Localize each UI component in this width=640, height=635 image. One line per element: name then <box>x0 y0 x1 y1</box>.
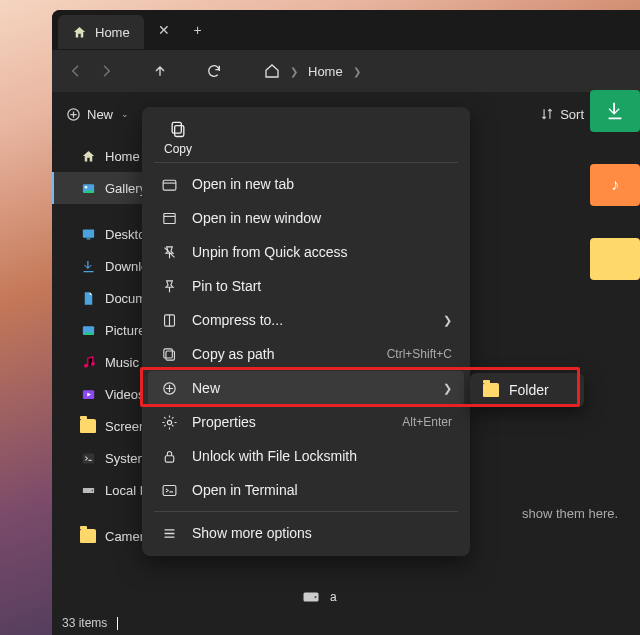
gallery-icon <box>80 180 96 196</box>
download-icon <box>80 258 96 274</box>
lock-icon <box>160 447 178 465</box>
svg-point-11 <box>91 489 93 491</box>
svg-rect-3 <box>82 229 93 237</box>
sidebar-item-label: Videos <box>105 387 145 402</box>
music-icon <box>80 354 96 370</box>
refresh-button[interactable] <box>204 61 224 81</box>
tab-close-button[interactable]: ✕ <box>150 22 178 38</box>
window-icon <box>160 209 178 227</box>
back-button[interactable] <box>66 61 86 81</box>
svg-rect-17 <box>163 213 174 223</box>
item-name: a <box>330 590 337 604</box>
unpin-icon <box>160 243 178 261</box>
ctx-new[interactable]: New ❯ <box>148 371 464 405</box>
item-count: 33 items <box>62 616 107 630</box>
svg-point-13 <box>314 596 316 598</box>
tab-icon <box>160 175 178 193</box>
svg-rect-9 <box>82 453 93 463</box>
new-submenu: Folder <box>470 373 584 407</box>
ctx-open-new-window[interactable]: Open in new window <box>148 201 464 235</box>
copy-icon <box>168 119 188 139</box>
ctx-unpin-quick-access[interactable]: Unpin from Quick access <box>148 235 464 269</box>
nav-toolbar: ❯ Home ❯ <box>52 50 640 92</box>
svg-rect-15 <box>172 122 181 133</box>
breadcrumb[interactable]: ❯ Home ❯ <box>264 63 361 79</box>
terminal-icon <box>80 450 96 466</box>
folder-icon <box>80 528 96 544</box>
context-menu: Copy Open in new tab Open in new window … <box>142 107 470 556</box>
pictures-icon <box>80 322 96 338</box>
folder-icon <box>483 383 499 397</box>
sidebar-item-label: Gallery <box>105 181 146 196</box>
tab-bar: Home ✕ + <box>52 10 640 50</box>
svg-rect-4 <box>86 238 90 239</box>
empty-hint: show them here. <box>522 506 618 521</box>
thumb-downloads[interactable] <box>590 90 640 132</box>
ctx-show-more[interactable]: Show more options <box>148 516 464 550</box>
svg-point-22 <box>167 420 171 424</box>
ctx-unlock-locksmith[interactable]: Unlock with File Locksmith <box>148 439 464 473</box>
drive-icon <box>302 591 320 603</box>
home-icon <box>72 25 87 40</box>
forward-button[interactable] <box>96 61 116 81</box>
svg-rect-20 <box>163 348 172 357</box>
plus-circle-icon <box>160 379 178 397</box>
details-row: a 8/16/ <box>52 583 640 611</box>
tab-title: Home <box>95 25 130 40</box>
sort-icon <box>540 107 554 121</box>
shortcut-label: Alt+Enter <box>402 415 452 429</box>
ctx-pin-start[interactable]: Pin to Start <box>148 269 464 303</box>
status-bar: 33 items <box>52 611 640 635</box>
zip-icon <box>160 311 178 329</box>
svg-point-7 <box>91 361 95 365</box>
ctx-copy-path[interactable]: Copy as path Ctrl+Shift+C <box>148 337 464 371</box>
sidebar-item-label: Music <box>105 355 139 370</box>
svg-rect-19 <box>165 350 174 359</box>
folder-icon <box>80 418 96 434</box>
sidebar-item-label: Home <box>105 149 140 164</box>
home-icon <box>80 148 96 164</box>
svg-rect-16 <box>163 180 176 190</box>
chevron-right-icon: ❯ <box>290 66 298 77</box>
chevron-down-icon: ⌄ <box>121 109 129 119</box>
home-icon <box>264 63 280 79</box>
pin-icon <box>160 277 178 295</box>
svg-point-2 <box>84 186 87 189</box>
ctx-open-new-tab[interactable]: Open in new tab <box>148 167 464 201</box>
recent-thumbs: ♪ <box>590 90 640 280</box>
ctx-compress[interactable]: Compress to... ❯ <box>148 303 464 337</box>
desktop-icon <box>80 226 96 242</box>
svg-rect-14 <box>175 126 184 137</box>
ctx-properties[interactable]: Properties Alt+Enter <box>148 405 464 439</box>
breadcrumb-label: Home <box>308 64 343 79</box>
chevron-right-icon: ❯ <box>353 66 361 77</box>
tab-home[interactable]: Home <box>58 15 144 49</box>
thumb-music[interactable]: ♪ <box>590 164 640 206</box>
submenu-folder[interactable]: Folder <box>473 376 581 404</box>
svg-rect-24 <box>163 485 176 495</box>
menu-icon <box>160 524 178 542</box>
copy-path-icon <box>160 345 178 363</box>
thumb-folder[interactable] <box>590 238 640 280</box>
shortcut-label: Ctrl+Shift+C <box>387 347 452 361</box>
chevron-right-icon: ❯ <box>443 382 452 395</box>
text-cursor <box>117 617 118 630</box>
new-button[interactable]: New ⌄ <box>66 107 129 122</box>
properties-icon <box>160 413 178 431</box>
document-icon <box>80 290 96 306</box>
terminal-icon <box>160 481 178 499</box>
ctx-copy-button[interactable]: Copy <box>158 119 198 156</box>
chevron-right-icon: ❯ <box>443 314 452 327</box>
up-button[interactable] <box>150 61 170 81</box>
new-tab-button[interactable]: + <box>184 22 212 38</box>
ctx-open-terminal[interactable]: Open in Terminal <box>148 473 464 507</box>
videos-icon <box>80 386 96 402</box>
svg-rect-23 <box>165 455 174 461</box>
disk-icon <box>80 482 96 498</box>
plus-circle-icon <box>66 107 81 122</box>
